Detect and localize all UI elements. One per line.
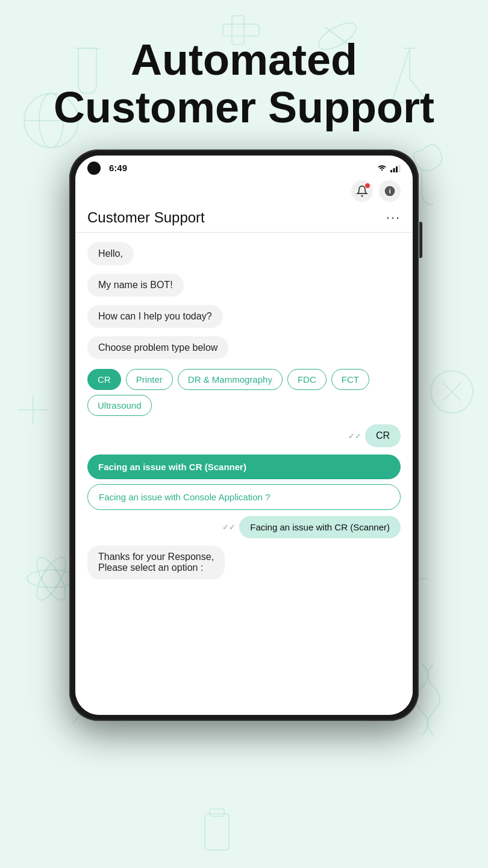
- svg-rect-27: [396, 166, 398, 172]
- double-check-1: ✓✓: [348, 432, 361, 441]
- bot-bubble-thanks: Thanks for your Response, Please select …: [87, 546, 225, 579]
- cr-options-list: Facing an issue with CR (Scanner) Facing…: [87, 454, 401, 510]
- bot-message-1: Hello,: [87, 242, 401, 271]
- bot-select-text: Please select an option :: [98, 562, 203, 573]
- bot-message-2: My name is BOT!: [87, 274, 401, 303]
- svg-rect-26: [393, 168, 395, 172]
- svg-rect-24: [210, 809, 224, 816]
- page-title-line1: Automated: [0, 36, 488, 84]
- more-options-button[interactable]: ···: [386, 210, 401, 225]
- chip-fdc[interactable]: FDC: [287, 369, 327, 390]
- bot-thanks-message: Thanks for your Response, Please select …: [87, 546, 401, 585]
- app-header: i: [75, 175, 413, 206]
- phone-mockup: 6:49: [0, 149, 488, 721]
- double-check-2: ✓✓: [222, 523, 236, 532]
- problem-type-chips: CR Printer DR & Mammography FDC FCT Ultr…: [87, 369, 401, 416]
- info-icon: i: [384, 185, 396, 197]
- bot-message-3: How can I help you today?: [87, 305, 401, 334]
- status-icons: [377, 164, 401, 172]
- option-console-app[interactable]: Facing an issue with Console Application…: [87, 484, 401, 510]
- chip-dr-mammography[interactable]: DR & Mammography: [178, 369, 283, 390]
- app-title: Customer Support: [87, 209, 205, 226]
- svg-rect-25: [390, 170, 392, 172]
- notification-dot: [364, 183, 371, 189]
- wifi-icon: [377, 164, 387, 172]
- app-title-bar: Customer Support ···: [75, 206, 413, 233]
- info-button[interactable]: i: [379, 180, 401, 202]
- svg-rect-23: [205, 814, 229, 850]
- reply-bubble-cr-scanner: Facing an issue with CR (Scanner): [239, 516, 401, 538]
- phone-screen: 6:49: [75, 156, 413, 715]
- signal-icon: [390, 164, 401, 172]
- user-bubble-cr: CR: [365, 424, 401, 447]
- bot-bubble-choose: Choose problem type below: [87, 336, 228, 359]
- status-time: 6:49: [109, 163, 127, 173]
- chip-ultrasound[interactable]: Ultrasound: [87, 395, 152, 416]
- phone-frame: 6:49: [69, 149, 419, 721]
- status-bar: 6:49: [75, 156, 413, 175]
- bot-bubble-hello: Hello,: [87, 242, 134, 265]
- user-reply-cr: ✓✓ CR: [87, 424, 401, 447]
- chip-cr[interactable]: CR: [87, 369, 121, 390]
- chip-printer[interactable]: Printer: [126, 369, 173, 390]
- bot-thanks-text: Thanks for your Response,: [98, 552, 214, 562]
- page-title-section: Automated Customer Support: [0, 0, 488, 143]
- chat-area: Hello, My name is BOT! How can I help yo…: [75, 233, 413, 715]
- power-button: [419, 222, 422, 258]
- camera-hole: [87, 162, 101, 175]
- svg-text:i: i: [389, 187, 390, 195]
- page-title-line2: Customer Support: [0, 84, 488, 131]
- svg-rect-28: [399, 165, 401, 172]
- user-reply-cr-scanner: ✓✓ Facing an issue with CR (Scanner): [87, 516, 401, 538]
- notification-button[interactable]: [351, 180, 373, 202]
- bot-bubble-help: How can I help you today?: [87, 305, 223, 328]
- chip-fct[interactable]: FCT: [331, 369, 369, 390]
- bot-message-4: Choose problem type below: [87, 336, 401, 365]
- option-cr-scanner[interactable]: Facing an issue with CR (Scanner): [87, 454, 401, 479]
- bot-bubble-name: My name is BOT!: [87, 274, 184, 297]
